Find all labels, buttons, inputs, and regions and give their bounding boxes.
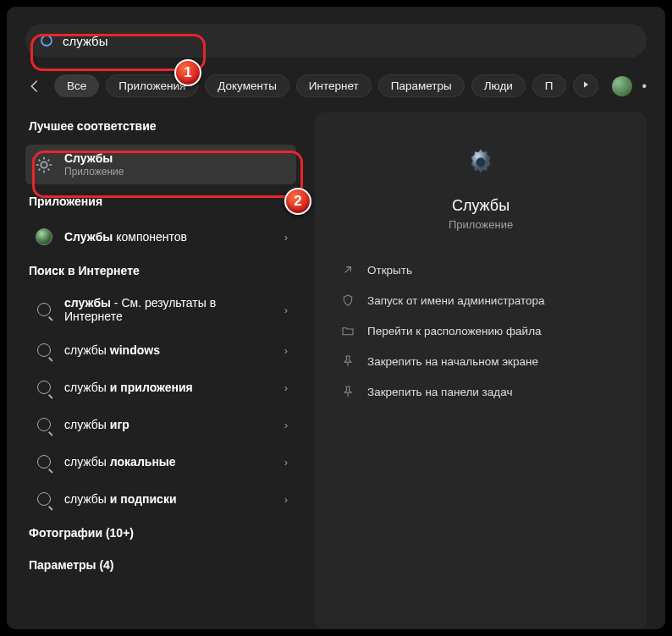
action-run-admin[interactable]: Запуск от имени администратора — [335, 287, 626, 314]
search-icon — [34, 377, 54, 398]
back-arrow-icon[interactable] — [25, 77, 44, 96]
best-match-result[interactable]: Службы Приложение — [25, 145, 296, 184]
chevron-right-icon: › — [284, 493, 288, 506]
filter-people[interactable]: Люди — [471, 74, 526, 97]
filter-settings[interactable]: Параметры — [378, 74, 465, 97]
section-web: Поиск в Интернете — [25, 257, 296, 286]
search-icon — [34, 414, 54, 435]
web-result[interactable]: службы и подписки › — [25, 482, 296, 516]
section-photos[interactable]: Фотографии (10+) — [25, 519, 296, 548]
pin-icon — [340, 384, 355, 399]
filter-truncated[interactable]: П — [532, 74, 566, 97]
action-pin-start[interactable]: Закрепить на начальном экране — [335, 348, 626, 375]
web-result[interactable]: службы - См. результаты в Интернете › — [25, 289, 296, 330]
chevron-right-icon: › — [284, 304, 288, 316]
web-result[interactable]: службы локальные › — [25, 445, 296, 479]
filter-web[interactable]: Интернет — [296, 74, 372, 97]
cortana-icon — [39, 33, 54, 48]
svg-line-9 — [48, 159, 50, 161]
web-result[interactable]: службы и приложения › — [25, 370, 296, 404]
chevron-right-icon: › — [284, 381, 288, 394]
more-icon[interactable]: ••• — [639, 79, 647, 94]
results-pane: Лучшее соответствие Службы Приложение Пр… — [25, 112, 296, 629]
search-window: Все Приложения Документы Интернет Параме… — [7, 7, 665, 629]
chevron-right-icon: › — [284, 456, 288, 469]
chevron-right-icon: › — [284, 419, 288, 431]
chevron-right-icon: › — [284, 344, 288, 357]
chevron-right-icon: › — [284, 231, 288, 244]
section-best-match: Лучшее соответствие — [25, 112, 296, 141]
svg-point-0 — [41, 36, 52, 46]
filter-apps[interactable]: Приложения — [106, 74, 198, 97]
content: Лучшее соответствие Службы Приложение Пр… — [25, 112, 647, 629]
svg-point-10 — [476, 158, 486, 167]
action-list: Открыть Запуск от имени администратора П… — [335, 256, 626, 405]
section-apps: Приложения — [25, 188, 296, 217]
component-services-icon — [34, 227, 54, 247]
filter-all[interactable]: Все — [54, 74, 99, 97]
filter-next-icon[interactable] — [573, 74, 598, 97]
pin-icon — [340, 354, 355, 369]
detail-subtitle: Приложение — [449, 218, 513, 231]
web-result[interactable]: службы игр › — [25, 408, 296, 441]
section-settings[interactable]: Параметры (4) — [25, 551, 296, 580]
search-icon — [34, 340, 54, 360]
search-icon — [34, 489, 54, 509]
app-result[interactable]: Службы компонентов › — [25, 220, 296, 254]
svg-line-7 — [48, 168, 50, 170]
user-avatar[interactable] — [612, 76, 632, 96]
svg-point-1 — [41, 162, 47, 167]
search-bar[interactable] — [25, 24, 647, 58]
search-icon — [34, 452, 54, 472]
svg-line-6 — [39, 159, 41, 161]
svg-line-8 — [39, 168, 41, 170]
filter-row: Все Приложения Документы Интернет Параме… — [25, 74, 647, 97]
folder-icon — [340, 323, 355, 338]
detail-title: Службы — [452, 197, 510, 215]
search-input[interactable] — [63, 34, 633, 48]
web-result[interactable]: службы windows › — [25, 333, 296, 367]
open-icon — [340, 262, 355, 277]
result-text: Службы Приложение — [64, 151, 288, 178]
shield-icon — [340, 293, 355, 308]
action-file-location[interactable]: Перейти к расположению файла — [335, 317, 626, 344]
search-icon — [34, 299, 54, 320]
gear-icon-large — [463, 145, 498, 180]
action-open[interactable]: Открыть — [335, 256, 626, 283]
gear-icon — [34, 155, 54, 175]
detail-pane: Службы Приложение Открыть Запуск от имен… — [315, 112, 647, 629]
action-pin-taskbar[interactable]: Закрепить на панели задач — [335, 378, 626, 405]
filter-documents[interactable]: Документы — [205, 74, 289, 97]
